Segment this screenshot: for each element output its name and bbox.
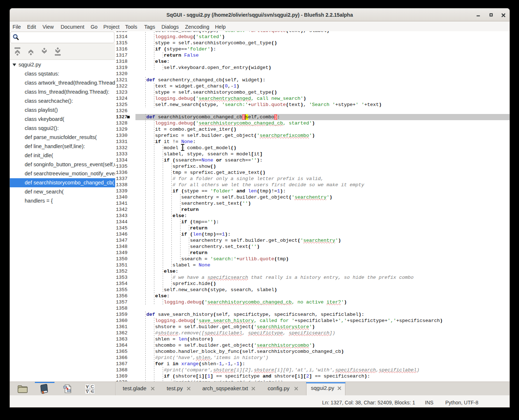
svg-text:C: C <box>91 384 94 389</box>
svg-text:∇: ∇ <box>86 389 89 394</box>
svg-text:∈: ∈ <box>91 389 94 394</box>
svg-text:∀: ∀ <box>86 384 89 389</box>
